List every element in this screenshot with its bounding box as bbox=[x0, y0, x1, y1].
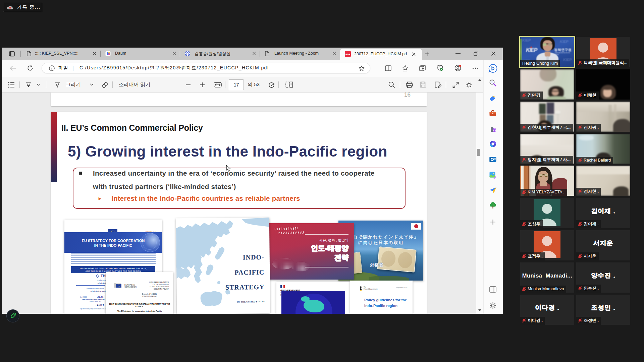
svg-text:PDF: PDF bbox=[345, 53, 351, 56]
